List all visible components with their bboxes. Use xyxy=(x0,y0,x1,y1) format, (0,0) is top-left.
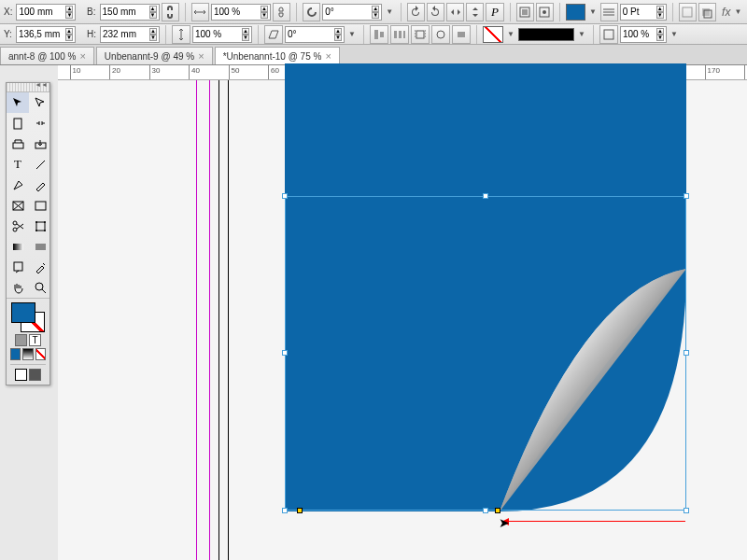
fill-stroke-proxy[interactable] xyxy=(11,302,45,332)
fill-color-box[interactable] xyxy=(11,302,35,323)
stroke-weight-icon xyxy=(600,3,618,21)
dropdown-icon[interactable]: ▼ xyxy=(589,7,599,16)
svg-rect-10 xyxy=(399,31,402,38)
eyedropper-tool[interactable] xyxy=(29,257,51,277)
shear-field[interactable]: ▲▼ xyxy=(285,26,345,43)
formatting-container-icon[interactable] xyxy=(15,334,27,346)
close-icon[interactable]: × xyxy=(198,50,204,62)
rotate-icon xyxy=(303,3,320,21)
scale-y-field[interactable]: ▲▼ xyxy=(192,26,252,43)
pen-tool[interactable] xyxy=(7,175,29,195)
cursor-icon: ➤ xyxy=(499,515,510,530)
line-tool[interactable] xyxy=(29,154,51,175)
selection-handle[interactable] xyxy=(684,508,689,513)
note-tool[interactable] xyxy=(7,257,29,277)
width-field[interactable]: ▲▼ xyxy=(100,4,160,21)
up-icon[interactable]: ▲ xyxy=(65,6,73,12)
constrain-proportions-icon[interactable] xyxy=(162,3,179,21)
svg-rect-31 xyxy=(13,244,23,250)
flip-horizontal-icon[interactable] xyxy=(446,3,464,21)
stroke-style[interactable] xyxy=(518,28,574,41)
paragraph-icon[interactable]: P xyxy=(486,3,503,21)
effects-icon[interactable] xyxy=(698,3,716,21)
free-transform-tool[interactable] xyxy=(29,216,51,236)
select-content-icon[interactable] xyxy=(536,3,554,21)
hand-tool[interactable] xyxy=(7,277,29,298)
align-icon[interactable] xyxy=(370,25,388,44)
type-tool[interactable]: T xyxy=(7,154,29,175)
document-tabs: annt-8 @ 100 %× Unbenannt-9 @ 49 %× *Unb… xyxy=(0,45,747,65)
stroke-swatch[interactable] xyxy=(483,26,503,43)
fit-frame-icon[interactable] xyxy=(679,3,697,21)
selection-handle[interactable] xyxy=(684,350,689,356)
anchor-point[interactable] xyxy=(495,508,500,513)
apply-gradient-icon[interactable] xyxy=(22,348,33,360)
fill-swatch[interactable] xyxy=(566,4,585,21)
distribute-icon[interactable] xyxy=(390,25,409,44)
opacity-field[interactable]: ▲▼ xyxy=(620,26,667,43)
x-field[interactable]: ▲▼ xyxy=(16,4,76,21)
view-mode-normal-icon[interactable] xyxy=(15,369,27,381)
scissors-tool[interactable] xyxy=(7,216,29,236)
svg-point-3 xyxy=(543,10,546,14)
close-icon[interactable]: × xyxy=(79,50,85,62)
selection-handle[interactable] xyxy=(684,193,689,199)
direct-selection-tool[interactable] xyxy=(29,92,51,113)
close-icon[interactable]: × xyxy=(325,50,331,62)
tools-panel[interactable]: T T xyxy=(6,82,50,385)
selection-handle[interactable] xyxy=(483,508,488,513)
w-label: B: xyxy=(87,7,95,17)
stroke-field[interactable]: ▲▼ xyxy=(620,4,667,21)
svg-line-19 xyxy=(36,161,45,169)
selection-handle[interactable] xyxy=(282,350,288,356)
control-bar-row2: Y: ▲▼ H: ▲▼ ▲▼ ▲▼ ▼ ▼ ▼ ▲▼ ▼ xyxy=(0,24,747,45)
height-field[interactable]: ▲▼ xyxy=(100,26,160,43)
rotate-ccw-icon[interactable] xyxy=(427,3,444,21)
selection-handle[interactable] xyxy=(483,193,488,199)
gradient-swatch-tool[interactable] xyxy=(7,236,29,257)
formatting-text-icon[interactable]: T xyxy=(29,334,41,346)
panel-grip[interactable] xyxy=(7,83,49,92)
rectangle-frame-tool[interactable] xyxy=(7,195,29,216)
svg-rect-16 xyxy=(14,119,21,129)
svg-rect-4 xyxy=(683,7,692,17)
rotate-field[interactable]: ▲▼ xyxy=(322,4,382,21)
selection-tool[interactable] xyxy=(7,92,29,113)
content-collector-tool[interactable] xyxy=(7,133,29,154)
content-placer-tool[interactable] xyxy=(29,133,51,154)
gap-tool[interactable] xyxy=(29,113,51,133)
page-tool[interactable] xyxy=(7,113,29,133)
scale-x-icon xyxy=(191,3,209,21)
selection-handle[interactable] xyxy=(282,193,288,199)
selection-handle[interactable] xyxy=(282,508,288,513)
fx-icon[interactable]: fx xyxy=(722,6,730,19)
down-icon[interactable]: ▼ xyxy=(65,12,73,19)
anchor-point[interactable] xyxy=(297,508,303,513)
scale-x-field[interactable]: ▲▼ xyxy=(211,4,271,21)
flip-vertical-icon[interactable] xyxy=(466,3,484,21)
corner-options-icon[interactable] xyxy=(599,25,618,44)
rotate-cw-icon[interactable] xyxy=(407,3,425,21)
pencil-tool[interactable] xyxy=(29,175,51,195)
wrap3-icon[interactable] xyxy=(452,25,471,44)
apply-color-icon[interactable] xyxy=(10,348,21,360)
select-container-icon[interactable] xyxy=(516,3,534,21)
gradient-feather-tool[interactable] xyxy=(29,236,51,257)
svg-rect-32 xyxy=(35,244,46,250)
wrap-icon[interactable] xyxy=(411,25,430,44)
y-field[interactable]: ▲▼ xyxy=(16,26,76,43)
annotation-arrow xyxy=(503,521,685,522)
tab-doc-1[interactable]: annt-8 @ 100 %× xyxy=(0,47,94,64)
zoom-tool[interactable] xyxy=(29,277,51,298)
chain-icon[interactable] xyxy=(273,3,290,21)
wrap2-icon[interactable] xyxy=(431,25,450,44)
document-canvas[interactable]: ➤ xyxy=(58,80,747,560)
apply-none-icon[interactable] xyxy=(35,348,46,360)
svg-point-28 xyxy=(44,221,46,223)
tab-doc-3[interactable]: *Unbenannt-10 @ 75 %× xyxy=(215,47,340,64)
dropdown-icon[interactable]: ▼ xyxy=(386,7,395,16)
view-mode-preview-icon[interactable] xyxy=(29,369,41,381)
rectangle-tool[interactable] xyxy=(29,195,51,216)
tab-doc-2[interactable]: Unbenannt-9 @ 49 %× xyxy=(96,47,213,64)
y-label: Y: xyxy=(4,29,12,39)
